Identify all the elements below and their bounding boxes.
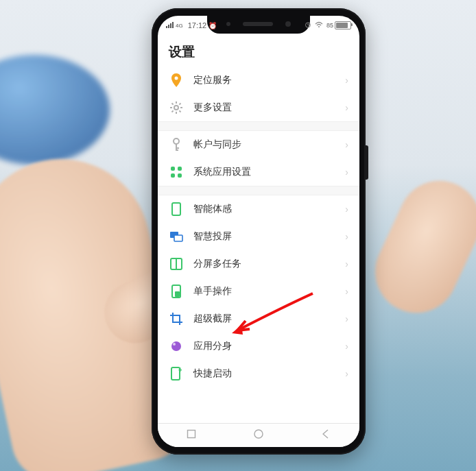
chevron-right-icon: › (345, 102, 348, 113)
battery-indicator: 85 (326, 21, 351, 29)
finger-right (361, 167, 476, 326)
status-time: 17:12 (188, 21, 207, 29)
alarm-icon (305, 21, 311, 29)
settings-row-onehand[interactable]: 单手操作› (158, 278, 359, 305)
settings-row-location[interactable]: 定位服务› (158, 67, 359, 94)
power-button (366, 145, 368, 180)
settings-row-appclone[interactable]: 应用分身› (158, 333, 359, 360)
settings-scroll[interactable]: 设置 定位服务›更多设置›帐户与同步›系统应用设置›智能体感›智慧投屏›分屏多任… (158, 35, 359, 424)
settings-row-sysapps[interactable]: 系统应用设置› (158, 158, 359, 186)
split-icon (169, 256, 184, 271)
key-icon (169, 137, 184, 152)
chevron-right-icon: › (345, 341, 348, 352)
svg-line-15 (179, 110, 180, 112)
phone-frame: 4G 17:12 ⏰ 85 设置 定位服务›更多设置›帐户与同步›系统应用设置›… (152, 8, 366, 455)
page-title: 设置 (158, 35, 359, 67)
settings-row-label: 超级截屏 (193, 313, 345, 325)
svg-point-9 (174, 106, 178, 110)
svg-point-34 (173, 343, 176, 346)
settings-row-label: 智慧投屏 (193, 230, 345, 243)
phone-icon (169, 202, 184, 217)
section-separator (158, 186, 359, 195)
gear-icon (169, 100, 184, 115)
chevron-right-icon: › (345, 231, 348, 242)
settings-row-sshot[interactable]: 超级截屏› (158, 305, 359, 333)
svg-rect-25 (178, 173, 182, 178)
chevron-right-icon: › (345, 368, 348, 379)
svg-point-38 (254, 430, 263, 438)
chevron-right-icon: › (345, 313, 348, 324)
svg-rect-3 (172, 22, 174, 28)
settings-row-label: 分屏多任务 (193, 258, 345, 270)
svg-point-18 (174, 138, 179, 144)
phone-screen: 4G 17:12 ⏰ 85 设置 定位服务›更多设置›帐户与同步›系统应用设置›… (158, 16, 359, 447)
chevron-right-icon: › (345, 286, 348, 297)
svg-rect-22 (171, 167, 175, 171)
chevron-right-icon: › (345, 75, 348, 86)
android-nav-bar (158, 423, 359, 447)
chevron-right-icon: › (345, 258, 348, 269)
svg-text:+: + (178, 367, 182, 374)
circle-icon (169, 339, 184, 354)
svg-line-16 (172, 110, 174, 112)
settings-row-label: 智能体感 (193, 203, 345, 215)
svg-point-33 (171, 341, 181, 351)
settings-row-label: 应用分身 (193, 340, 345, 352)
settings-row-more[interactable]: 更多设置› (158, 94, 359, 121)
status-bar: 4G 17:12 ⏰ 85 (158, 19, 359, 32)
network-label: 4G (176, 23, 183, 29)
location-icon (169, 73, 184, 88)
svg-rect-2 (170, 23, 171, 28)
svg-rect-28 (174, 235, 182, 241)
chevron-right-icon: › (345, 167, 348, 178)
nav-back[interactable] (320, 428, 331, 442)
cast-icon (169, 229, 184, 244)
alarm-icon: ⏰ (209, 22, 217, 29)
settings-row-account[interactable]: 帐户与同步› (158, 131, 359, 158)
svg-rect-1 (168, 25, 169, 28)
signal-icon (166, 21, 174, 29)
svg-rect-0 (166, 26, 167, 28)
svg-rect-32 (175, 291, 180, 297)
settings-row-label: 定位服务 (193, 74, 345, 86)
settings-row-cast[interactable]: 智慧投屏› (158, 223, 359, 250)
nav-home[interactable] (253, 428, 264, 442)
bg-object (0, 55, 110, 165)
settings-row-label: 快捷启动 (193, 367, 345, 380)
onehand-icon (169, 284, 184, 299)
launch-icon: + (169, 366, 184, 381)
svg-rect-26 (172, 203, 180, 215)
crop-icon (169, 311, 184, 326)
settings-row-quick[interactable]: +快捷启动› (158, 360, 359, 387)
settings-row-split[interactable]: 分屏多任务› (158, 250, 359, 278)
battery-pct: 85 (326, 22, 333, 29)
chevron-right-icon: › (345, 204, 348, 215)
svg-line-17 (179, 104, 180, 105)
section-separator (158, 121, 359, 131)
settings-row-label: 系统应用设置 (193, 166, 345, 178)
svg-rect-37 (188, 431, 195, 438)
svg-point-8 (175, 77, 178, 80)
settings-row-motion[interactable]: 智能体感› (158, 195, 359, 223)
settings-row-label: 更多设置 (193, 101, 345, 114)
settings-row-label: 单手操作 (193, 285, 345, 298)
svg-point-7 (318, 26, 320, 27)
chevron-right-icon: › (345, 139, 348, 150)
grid-icon (169, 165, 184, 180)
svg-rect-23 (178, 167, 182, 171)
wifi-icon (315, 21, 323, 29)
svg-rect-24 (171, 173, 175, 178)
svg-line-14 (172, 104, 174, 105)
settings-row-label: 帐户与同步 (193, 138, 345, 151)
nav-recents[interactable] (186, 428, 197, 442)
